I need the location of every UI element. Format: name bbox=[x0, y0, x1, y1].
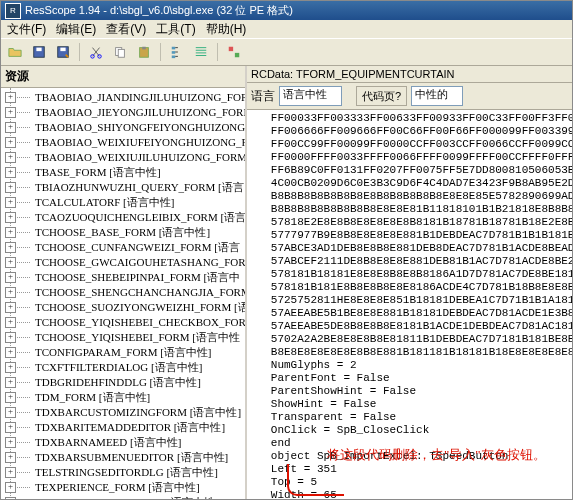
tree-node[interactable]: +TCHOOSE_SUOZIYONGWEIZHI_FORM [语言 bbox=[19, 300, 245, 315]
neutral-select[interactable]: 中性的 bbox=[411, 86, 463, 106]
tree-node[interactable]: +TCHOOSE_SHEBEIPINPAI_FORM [语言中 bbox=[19, 270, 245, 285]
tree-node-label: TCXFTFILTERDIALOG [语言中性] bbox=[33, 361, 204, 373]
open-icon[interactable] bbox=[4, 41, 26, 63]
lang-select[interactable]: 语言中性 bbox=[279, 86, 342, 106]
tree-node[interactable]: +TDM_FORM [语言中性] bbox=[19, 390, 245, 405]
main-body: 资源 +TBAOBIAO_JIANDINGJILUHUIZONG_FORM+TB… bbox=[1, 66, 572, 499]
tree-node-label: TCHOOSE_YIQISHEBEI_CHECKBOX_FORM bbox=[33, 316, 245, 328]
svg-rect-14 bbox=[235, 53, 239, 57]
tree-node[interactable]: +TCAOZUOQUICHENGLEIBIX_FORM [语言 bbox=[19, 210, 245, 225]
save-icon[interactable] bbox=[28, 41, 50, 63]
expand-icon[interactable]: + bbox=[5, 497, 16, 499]
expand-icon[interactable]: + bbox=[5, 347, 16, 358]
tree-node-label: TBIAOZHUNWUZHI_QUERY_FORM [语言 bbox=[33, 181, 245, 193]
tool-icon[interactable] bbox=[223, 41, 245, 63]
expand-icon[interactable]: + bbox=[5, 422, 16, 433]
right-controls: 语言 语言中性 代码页? 中性的 bbox=[247, 83, 572, 110]
code-view[interactable]: FF00033FF003333FF00633FF00933FF00C33FF00… bbox=[247, 110, 572, 499]
expand-icon[interactable]: + bbox=[5, 482, 16, 493]
expand-icon[interactable]: + bbox=[5, 107, 16, 118]
expand-icon[interactable]: + bbox=[5, 467, 16, 478]
tree-node-label: TELSTRINGSEDITORDLG [语言中性] bbox=[33, 466, 220, 478]
expand-icon[interactable]: + bbox=[5, 242, 16, 253]
tree-node[interactable]: +TBAOBIAO_SHIYONGFEIYONGHUIZONG_FO bbox=[19, 120, 245, 135]
expand-icon[interactable]: + bbox=[5, 362, 16, 373]
expand-icon[interactable]: + bbox=[5, 152, 16, 163]
menu-file[interactable]: 文件(F) bbox=[7, 21, 46, 38]
menu-edit[interactable]: 编辑(E) bbox=[56, 21, 96, 38]
tree-node[interactable]: +TCONFIGPARAM_FORM [语言中性] bbox=[19, 345, 245, 360]
cut-icon[interactable] bbox=[85, 41, 107, 63]
svg-rect-13 bbox=[229, 47, 233, 51]
tree-node[interactable]: +TCHOOSE_YIQISHEBEI_FORM [语言中性 bbox=[19, 330, 245, 345]
paste-icon[interactable] bbox=[133, 41, 155, 63]
menu-help[interactable]: 帮助(H) bbox=[206, 21, 247, 38]
tree-node[interactable]: +TDXBARCUSTOMIZINGFORM [语言中性] bbox=[19, 405, 245, 420]
tree-node[interactable]: +TDXBARITEMADDEDITOR [语言中性] bbox=[19, 420, 245, 435]
tree-node[interactable]: +TDXBARSUBMENUEDITOR [语言中性] bbox=[19, 450, 245, 465]
menu-tool[interactable]: 工具(T) bbox=[156, 21, 195, 38]
tree-node[interactable]: +TCALCULATORF [语言中性] bbox=[19, 195, 245, 210]
tree-node-label: TEXPERIENCE_FORM [语言中性] bbox=[33, 481, 202, 493]
tree-node[interactable]: +TCHOOSE_CUNFANGWEIZI_FORM [语言 bbox=[19, 240, 245, 255]
copy-icon[interactable] bbox=[109, 41, 131, 63]
list-icon[interactable] bbox=[190, 41, 212, 63]
tree-node-label: TBAOBIAO_WEIXIUJILUHUIZONG_FORM bbox=[33, 151, 245, 163]
tree-icon[interactable] bbox=[166, 41, 188, 63]
codepage-button[interactable]: 代码页? bbox=[356, 86, 407, 106]
expand-icon[interactable]: + bbox=[5, 272, 16, 283]
tree-node[interactable]: +TELSTRINGSEDITORDLG [语言中性] bbox=[19, 465, 245, 480]
expand-icon[interactable]: + bbox=[5, 377, 16, 388]
expand-icon[interactable]: + bbox=[5, 167, 16, 178]
expand-icon[interactable]: + bbox=[5, 452, 16, 463]
tree-node[interactable]: +TEXPERIENCE_FORM [语言中性] bbox=[19, 480, 245, 495]
expand-icon[interactable]: + bbox=[5, 197, 16, 208]
tree-node-label: TDM_FORM [语言中性] bbox=[33, 391, 152, 403]
tree-node-label: TBAOBIAO_JIEYONGJILUHUIZONG_FORM bbox=[33, 106, 245, 118]
tree-node[interactable]: +TCHOOSE_BASE_FORM [语言中性] bbox=[19, 225, 245, 240]
menu-bar: 文件(F) 编辑(E) 查看(V) 工具(T) 帮助(H) bbox=[1, 20, 572, 38]
svg-rect-7 bbox=[118, 49, 124, 57]
tree-node[interactable]: +TBAOBIAO_JIANDINGJILUHUIZONG_FORM bbox=[19, 90, 245, 105]
expand-icon[interactable]: + bbox=[5, 182, 16, 193]
resource-tree[interactable]: +TBAOBIAO_JIANDINGJILUHUIZONG_FORM+TBAOB… bbox=[1, 88, 245, 499]
expand-icon[interactable]: + bbox=[5, 392, 16, 403]
tree-node[interactable]: +TCHOOSE_YIQISHEBEI_CHECKBOX_FORM bbox=[19, 315, 245, 330]
menu-view[interactable]: 查看(V) bbox=[106, 21, 146, 38]
left-panel: 资源 +TBAOBIAO_JIANDINGJILUHUIZONG_FORM+TB… bbox=[1, 66, 247, 499]
tree-node[interactable]: +TBAOBIAO_WEIXIUJILUHUIZONG_FORM bbox=[19, 150, 245, 165]
tree-node[interactable]: +TDXBARNAMEED [语言中性] bbox=[19, 435, 245, 450]
expand-icon[interactable]: + bbox=[5, 407, 16, 418]
expand-icon[interactable]: + bbox=[5, 227, 16, 238]
expand-icon[interactable]: + bbox=[5, 332, 16, 343]
expand-icon[interactable]: + bbox=[5, 122, 16, 133]
tree-node[interactable]: +TBASE_FORM [语言中性] bbox=[19, 165, 245, 180]
svg-rect-9 bbox=[142, 47, 146, 50]
saveas-icon[interactable] bbox=[52, 41, 74, 63]
tree-node[interactable]: +TCHOOSE_GWCAIGOUHETASHANG_FORM [ bbox=[19, 255, 245, 270]
expand-icon[interactable]: + bbox=[5, 257, 16, 268]
tree-node[interactable]: +TBAOBIAO_JIEYONGJILUHUIZONG_FORM bbox=[19, 105, 245, 120]
expand-icon[interactable]: + bbox=[5, 287, 16, 298]
svg-rect-3 bbox=[60, 48, 65, 52]
expand-icon[interactable]: + bbox=[5, 302, 16, 313]
tree-node[interactable]: +TCXFTFILTERDIALOG [语言中性] bbox=[19, 360, 245, 375]
tree-node-label: TBAOBIAO_WEIXIUFEIYONGHUIZONG_FO bbox=[33, 136, 245, 148]
svg-rect-10 bbox=[172, 47, 176, 50]
expand-icon[interactable]: + bbox=[5, 137, 16, 148]
left-panel-label: 资源 bbox=[1, 66, 245, 88]
expand-icon[interactable]: + bbox=[5, 317, 16, 328]
svg-rect-11 bbox=[172, 51, 176, 54]
expand-icon[interactable]: + bbox=[5, 212, 16, 223]
tree-node[interactable]: +TBIAOZHUNWUZHI_QUERY_FORM [语言 bbox=[19, 180, 245, 195]
expand-icon[interactable]: + bbox=[5, 437, 16, 448]
tree-node[interactable]: +TCHOOSE_SHENGCHANCHANGJIA_FORM [ bbox=[19, 285, 245, 300]
tree-node[interactable]: +TBAOBIAO_WEIXIUFEIYONGHUIZONG_FO bbox=[19, 135, 245, 150]
tree-node[interactable]: +TDBGRIDEHFINDDLG [语言中性] bbox=[19, 375, 245, 390]
expand-icon[interactable]: + bbox=[5, 92, 16, 103]
tree-node-label: TCHOOSE_GWCAIGOUHETASHANG_FORM [ bbox=[33, 256, 245, 268]
tree-node-label: TDBGRIDEHFINDDLG [语言中性] bbox=[33, 376, 203, 388]
app-icon: R bbox=[5, 3, 21, 19]
tree-node[interactable]: +TFANGZHIDIDIAN_FORM [语言中性] bbox=[19, 495, 245, 499]
rc-header: RCData: TFORM_EQUIPMENTCURTAIN bbox=[247, 66, 572, 83]
